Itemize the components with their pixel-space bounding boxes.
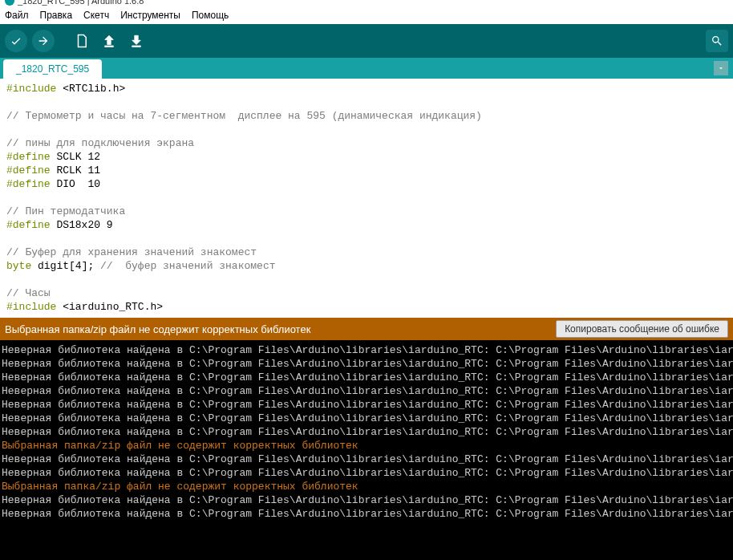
tab-menu-button[interactable] — [714, 61, 728, 75]
save-button[interactable] — [125, 30, 148, 52]
code-comment: // пины для подключения экрана — [6, 137, 194, 149]
svg-rect-0 — [105, 46, 114, 47]
code-token: byte — [6, 260, 31, 272]
console-line: Неверная библиотека найдена в C:\Program… — [2, 453, 733, 465]
console-line: Неверная библиотека найдена в C:\Program… — [2, 426, 733, 438]
window-title: _1820_RTC_595 | Arduino 1.6.8 — [18, 0, 144, 6]
code-comment: // Буфер для хранения значений знакомест — [6, 246, 257, 258]
menu-help[interactable]: Помощь — [192, 10, 229, 21]
code-token: #include — [6, 301, 56, 313]
code-token: RCLK 11 — [51, 164, 100, 177]
serial-monitor-button[interactable] — [706, 30, 728, 52]
arrow-right-icon — [37, 34, 50, 47]
console-line: Неверная библиотека найдена в C:\Program… — [2, 412, 733, 424]
search-icon — [711, 34, 723, 47]
tab-label: _1820_RTC_595 — [16, 63, 89, 75]
code-comment: // буфер значений знакомест — [100, 260, 275, 272]
file-icon — [75, 34, 89, 48]
code-token: #include — [6, 83, 56, 95]
new-button[interactable] — [71, 30, 93, 52]
code-comment: // Пин термодатчика — [6, 205, 125, 217]
console-line: Неверная библиотека найдена в C:\Program… — [2, 508, 733, 520]
console-line: Неверная библиотека найдена в C:\Program… — [2, 371, 733, 383]
svg-rect-1 — [132, 46, 141, 47]
tab-sketch[interactable]: _1820_RTC_595 — [3, 59, 102, 79]
open-button[interactable] — [98, 30, 120, 52]
code-token: #define — [6, 151, 51, 163]
code-editor[interactable]: #include <RTClib.h> // Термометр и часы … — [0, 79, 733, 318]
arrow-down-icon — [129, 34, 144, 48]
console-line: Неверная библиотека найдена в C:\Program… — [2, 467, 733, 479]
arduino-logo-icon — [5, 0, 14, 6]
menu-file[interactable]: Файл — [5, 10, 29, 21]
copy-error-button[interactable]: Копировать сообщение об ошибке — [556, 320, 728, 338]
code-comment: // Термометр и часы на 7-сегментном дисп… — [6, 110, 482, 122]
console-line: Неверная библиотека найдена в C:\Program… — [2, 494, 733, 506]
code-comment: // Часы — [6, 287, 51, 299]
code-token: #define — [6, 164, 51, 177]
titlebar: _1820_RTC_595 | Arduino 1.6.8 — [0, 0, 733, 6]
code-token: <RTClib.h> — [56, 83, 125, 95]
verify-button[interactable] — [5, 30, 27, 52]
toolbar — [0, 24, 733, 58]
chevron-down-icon — [717, 64, 725, 72]
status-bar: Выбранная папка/zip файл не содержит кор… — [0, 318, 733, 340]
console-error-line: Выбранная папка/zip файл не содержит кор… — [2, 481, 358, 493]
arrow-up-icon — [102, 34, 116, 48]
code-token: #define — [6, 178, 51, 190]
menubar: Файл Правка Скетч Инструменты Помощь — [0, 6, 733, 24]
check-icon — [10, 34, 22, 47]
status-message: Выбранная папка/zip файл не содержит кор… — [5, 323, 310, 335]
menu-edit[interactable]: Правка — [40, 10, 73, 21]
console-line: Неверная библиотека найдена в C:\Program… — [2, 399, 733, 411]
tabbar: _1820_RTC_595 — [0, 58, 733, 79]
code-token: DIO 10 — [51, 178, 100, 190]
code-token: SCLK 12 — [51, 151, 100, 163]
console-error-line: Выбранная папка/zip файл не содержит кор… — [2, 440, 358, 452]
code-token: #define — [6, 219, 51, 231]
console-line: Неверная библиотека найдена в C:\Program… — [2, 385, 733, 397]
output-console[interactable]: Неверная библиотека найдена в C:\Program… — [0, 340, 733, 560]
menu-sketch[interactable]: Скетч — [83, 10, 109, 21]
menu-tools[interactable]: Инструменты — [120, 10, 180, 21]
code-token: digit[4]; — [31, 260, 100, 272]
code-token: DS18x20 9 — [51, 219, 113, 231]
console-line: Неверная библиотека найдена в C:\Program… — [2, 344, 733, 356]
code-token: <iarduino_RTC.h> — [56, 301, 163, 313]
upload-button[interactable] — [32, 30, 55, 52]
console-line: Неверная библиотека найдена в C:\Program… — [2, 358, 733, 370]
